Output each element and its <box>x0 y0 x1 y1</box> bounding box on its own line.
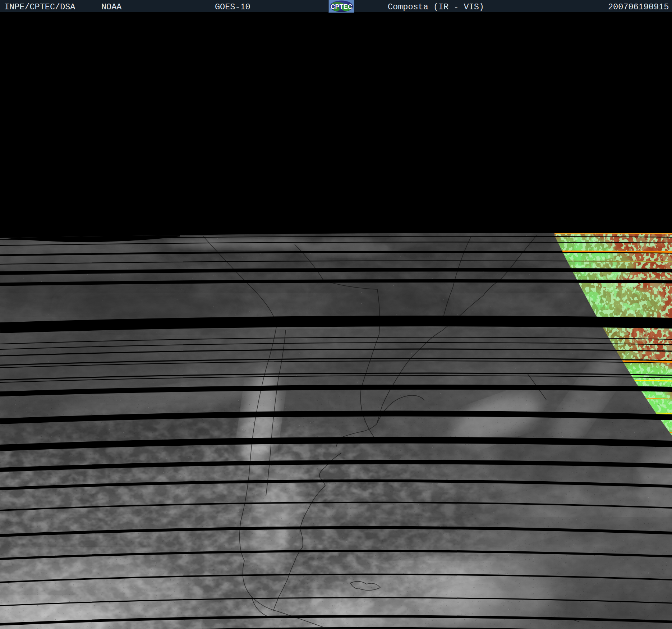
svg-text:CPTEC: CPTEC <box>330 3 352 10</box>
